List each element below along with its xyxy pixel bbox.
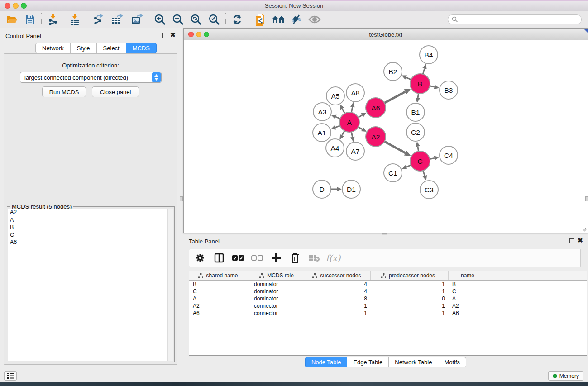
node-C2[interactable]: C2 bbox=[406, 123, 425, 141]
node-B2[interactable]: B2 bbox=[384, 62, 402, 81]
memory-button[interactable]: Memory bbox=[548, 371, 583, 381]
result-item[interactable]: C bbox=[8, 231, 167, 239]
delete-column-icon[interactable] bbox=[289, 252, 301, 264]
edge-A-A5[interactable] bbox=[340, 105, 345, 114]
tab-motifs[interactable]: Motifs bbox=[438, 357, 466, 367]
table-row[interactable]: A2connector11A2 bbox=[189, 302, 587, 310]
close-table-panel-icon[interactable]: ✖ bbox=[578, 237, 583, 243]
edge-A-A3[interactable] bbox=[331, 115, 340, 119]
edge-B-B1[interactable] bbox=[416, 94, 420, 103]
tab-network-table[interactable]: Network Table bbox=[388, 357, 438, 367]
export-image-icon[interactable] bbox=[128, 12, 146, 27]
result-scrollbar[interactable] bbox=[167, 209, 173, 361]
column-header-predecessor-nodes[interactable]: predecessor nodes bbox=[371, 271, 449, 280]
node-A4[interactable]: A4 bbox=[326, 139, 344, 157]
result-item[interactable]: A2 bbox=[8, 209, 167, 216]
column-header-name[interactable]: name bbox=[449, 271, 487, 280]
edge-B-B3[interactable] bbox=[430, 85, 439, 89]
refresh-icon[interactable] bbox=[228, 12, 246, 27]
float-table-panel-icon[interactable] bbox=[569, 238, 574, 243]
export-table-icon[interactable] bbox=[108, 12, 126, 27]
zoom-out-icon[interactable] bbox=[169, 12, 187, 27]
edge-A-A4[interactable] bbox=[339, 131, 344, 140]
tab-node-table[interactable]: Node Table bbox=[305, 357, 348, 367]
import-network-icon[interactable] bbox=[44, 12, 62, 27]
new-network-from-selection-icon[interactable] bbox=[251, 12, 269, 27]
node-C[interactable]: C bbox=[410, 151, 430, 171]
show-all-icon[interactable] bbox=[306, 12, 324, 27]
node-C1[interactable]: C1 bbox=[384, 164, 402, 182]
edge-A-A1[interactable] bbox=[331, 125, 340, 129]
optimization-criterion-select[interactable]: largest connected component (directed) bbox=[20, 72, 162, 83]
run-mcds-button[interactable]: Run MCDS bbox=[42, 86, 86, 97]
zoom-selected-icon[interactable] bbox=[205, 12, 223, 27]
first-neighbors-icon[interactable] bbox=[269, 12, 287, 27]
tab-style[interactable]: Style bbox=[70, 43, 97, 53]
save-session-icon[interactable] bbox=[21, 12, 39, 27]
edge-B-B4[interactable] bbox=[422, 64, 427, 74]
edge-D-D1[interactable] bbox=[331, 187, 342, 191]
float-panel-icon[interactable] bbox=[162, 33, 167, 38]
open-file-icon[interactable] bbox=[3, 12, 21, 27]
close-panel-button[interactable]: Close panel bbox=[92, 86, 139, 97]
select-all-icon[interactable] bbox=[232, 252, 244, 264]
node-A[interactable]: A bbox=[339, 112, 359, 132]
node-C3[interactable]: C3 bbox=[420, 181, 438, 199]
edge-C-C3[interactable] bbox=[423, 171, 427, 181]
hide-selected-icon[interactable] bbox=[287, 12, 306, 27]
node-A3[interactable]: A3 bbox=[313, 103, 331, 121]
table-row[interactable]: A6connector11A6 bbox=[189, 310, 587, 317]
zoom-in-icon[interactable] bbox=[151, 12, 169, 27]
column-header-successor-nodes[interactable]: successor nodes bbox=[306, 271, 371, 280]
edge-C-C2[interactable] bbox=[416, 142, 420, 152]
node-B[interactable]: B bbox=[410, 74, 430, 94]
edge-B-B2[interactable] bbox=[402, 76, 411, 80]
table-row[interactable]: Adominator80A bbox=[189, 295, 587, 302]
tab-network[interactable]: Network bbox=[35, 43, 71, 53]
node-A5[interactable]: A5 bbox=[326, 87, 344, 105]
result-item[interactable]: A bbox=[8, 216, 167, 224]
result-item[interactable]: B bbox=[8, 224, 167, 231]
edge-A6-B[interactable] bbox=[384, 89, 411, 103]
edge-C-C1[interactable] bbox=[402, 165, 411, 169]
edge-A-A8[interactable] bbox=[350, 102, 355, 113]
add-column-icon[interactable] bbox=[270, 252, 282, 264]
edge-C-C4[interactable] bbox=[430, 156, 440, 161]
edge-A-A7[interactable] bbox=[350, 132, 355, 142]
node-D1[interactable]: D1 bbox=[342, 180, 360, 198]
node-D[interactable]: D bbox=[313, 180, 331, 198]
close-panel-icon[interactable]: ✖ bbox=[170, 32, 176, 38]
edge-A-A6[interactable] bbox=[358, 113, 367, 117]
resize-grip-icon[interactable] bbox=[581, 226, 587, 232]
column-header-shared-name[interactable]: shared name bbox=[189, 271, 250, 280]
column-header-MCDS-role[interactable]: MCDS role bbox=[250, 271, 306, 280]
tab-edge-table[interactable]: Edge Table bbox=[347, 357, 389, 367]
edge-A2-C[interactable] bbox=[384, 142, 411, 156]
node-A1[interactable]: A1 bbox=[313, 124, 331, 142]
node-C4[interactable]: C4 bbox=[440, 146, 458, 164]
network-canvas[interactable]: B4B2BB3A5A8A6A3B1AA1C2A2A4A7C4CC1C3DD1 bbox=[184, 40, 588, 233]
node-B3[interactable]: B3 bbox=[440, 81, 458, 99]
edge-A-A2[interactable] bbox=[358, 127, 367, 132]
node-A6[interactable]: A6 bbox=[366, 98, 386, 118]
task-history-button[interactable] bbox=[4, 371, 17, 381]
table-row[interactable]: Cdominator41C bbox=[189, 288, 587, 295]
node-A7[interactable]: A7 bbox=[346, 142, 364, 160]
tab-select[interactable]: Select bbox=[96, 43, 126, 53]
node-A2[interactable]: A2 bbox=[366, 127, 386, 147]
node-B1[interactable]: B1 bbox=[406, 103, 425, 121]
result-item[interactable]: A6 bbox=[8, 238, 167, 246]
vertical-splitter-grip[interactable] bbox=[180, 196, 183, 201]
zoom-fit-icon[interactable] bbox=[187, 12, 205, 27]
tab-mcds[interactable]: MCDS bbox=[126, 43, 157, 53]
import-table-icon[interactable] bbox=[66, 12, 84, 27]
export-network-icon[interactable] bbox=[89, 12, 107, 27]
column-layout-icon[interactable] bbox=[213, 252, 225, 264]
search-input[interactable] bbox=[460, 16, 578, 23]
search-box[interactable] bbox=[448, 14, 582, 24]
table-row[interactable]: Bdominator41B bbox=[189, 281, 587, 288]
node-A8[interactable]: A8 bbox=[346, 84, 364, 102]
vertical-splitter-grip[interactable] bbox=[585, 196, 588, 201]
deselect-all-icon[interactable] bbox=[251, 252, 263, 264]
node-B4[interactable]: B4 bbox=[420, 46, 438, 64]
